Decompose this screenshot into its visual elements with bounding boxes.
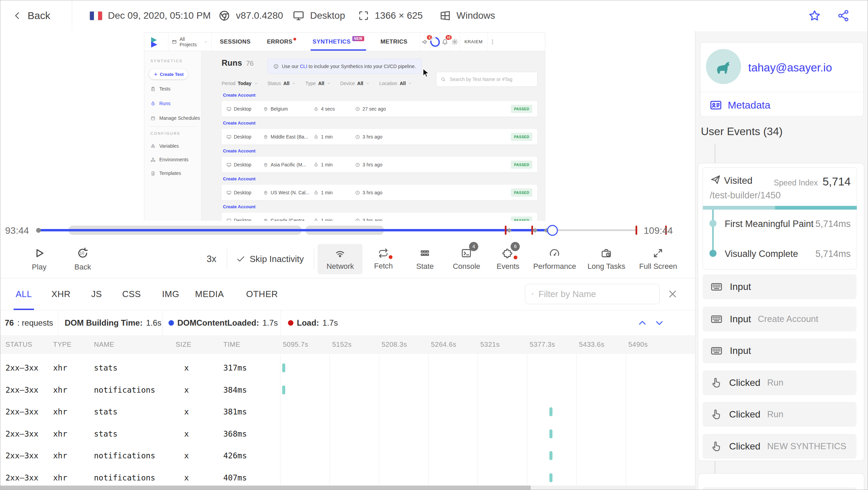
sidebar-item-runs-label: Runs: [159, 101, 171, 106]
sidebar-section-configure: CONFIGURE: [150, 131, 181, 135]
sidebar-item-environments[interactable]: Environments: [150, 157, 189, 162]
tab-metrics[interactable]: METRICS: [381, 33, 407, 51]
run-row[interactable]: Desktop Asia Pacific (M... 1 min 3 hrs a…: [222, 157, 537, 173]
skip-inactivity-toggle[interactable]: Skip Inactivity: [236, 254, 304, 264]
scrollbar-thumb[interactable]: [0, 486, 531, 490]
sidebar-item-manage-schedules[interactable]: Manage Schedules: [150, 115, 200, 121]
play-button[interactable]: Play: [27, 247, 51, 272]
sidebar-item-tests[interactable]: Tests: [150, 86, 171, 92]
run-row[interactable]: Desktop Belgium 4 secs 27 sec ago PASSED: [222, 101, 537, 117]
metadata-button[interactable]: Metadata: [709, 99, 770, 112]
filter-location[interactable]: Location All: [379, 81, 412, 86]
announcements-button[interactable]: 1: [420, 33, 430, 51]
col-name: NAME: [94, 341, 114, 348]
request-row[interactable]: 2xx–3xx xhr notifications x 426ms: [0, 445, 695, 467]
user-menu[interactable]: KRAIEM: [460, 33, 487, 51]
sidebar-item-variables[interactable]: Variables: [150, 143, 179, 149]
filter-type[interactable]: Type All: [305, 81, 331, 86]
axis-tick: 5152s: [332, 341, 352, 348]
notifications-button[interactable]: 33: [440, 33, 450, 51]
monitor-icon: [226, 218, 231, 221]
event-item-clicked[interactable]: Clicked NEW SYNTHETICS: [703, 434, 856, 459]
event-item-clicked[interactable]: Clicked Run: [703, 370, 856, 395]
sidebar-item-runs[interactable]: Runs: [150, 101, 171, 106]
net-tab-img[interactable]: IMG: [162, 278, 179, 310]
playhead-handle[interactable]: [547, 225, 558, 236]
net-tab-js[interactable]: JS: [91, 278, 102, 310]
run-group-title[interactable]: Create Account: [223, 204, 256, 209]
net-tab-all[interactable]: ALL: [16, 278, 32, 310]
event-item-partial[interactable]: [703, 487, 856, 490]
sidebar-item-templates[interactable]: Templates: [150, 170, 181, 176]
tab-synthetics[interactable]: SYNTHETICSNEW: [312, 33, 364, 51]
request-row[interactable]: 2xx–3xx xhr stats x 381ms: [0, 401, 695, 423]
test-search-input[interactable]: [449, 76, 533, 82]
panel-button-full-screen[interactable]: Full Screen: [632, 244, 684, 274]
panel-button-performance[interactable]: Performance: [529, 244, 580, 274]
run-group-title[interactable]: Create Account: [223, 120, 256, 126]
panel-button-state[interactable]: State: [404, 244, 446, 274]
project-selector[interactable]: All Projects: [168, 33, 212, 51]
event-item-clicked[interactable]: Clicked Run: [703, 402, 856, 427]
request-row[interactable]: 2xx–3xx xhr stats x 317ms: [0, 357, 695, 379]
net-tab-xhr[interactable]: XHR: [51, 278, 70, 310]
request-time: 407ms: [223, 473, 247, 482]
horizontal-scrollbar[interactable]: [0, 486, 695, 490]
run-row[interactable]: Desktop US West (N. Cal... 1 min 3 hrs a…: [222, 185, 537, 200]
net-tab-other[interactable]: OTHER: [246, 278, 278, 310]
run-row[interactable]: Desktop Canada (Centra... 1 min 3 hrs ag…: [222, 213, 537, 221]
fmp-value: 5,714ms: [815, 219, 851, 229]
net-tab-css[interactable]: CSS: [122, 278, 141, 310]
event-item-input[interactable]: Input Create Account: [703, 307, 856, 331]
timeline-track[interactable]: [38, 221, 638, 240]
net-tab-css-label: CSS: [122, 289, 141, 299]
sidebar-item-templates-label: Templates: [159, 170, 181, 176]
tab-errors[interactable]: ERRORS: [267, 33, 296, 51]
playback-speed-button[interactable]: 3x: [207, 254, 216, 264]
back-10s-button[interactable]: 10 Back: [70, 247, 95, 272]
panel-button-long-tasks[interactable]: Long Tasks: [580, 244, 632, 274]
settings-button[interactable]: [450, 33, 460, 51]
panel-button-fetch[interactable]: Fetch: [363, 244, 404, 274]
jump-previous-button[interactable]: [636, 310, 648, 335]
event-marker[interactable]: [636, 226, 637, 235]
run-row[interactable]: Desktop Middle East (Ba... 1 min 3 hrs a…: [222, 129, 537, 145]
request-timing-mark: [282, 363, 285, 372]
event-item-input[interactable]: Input: [703, 338, 856, 363]
event-marker[interactable]: [505, 226, 507, 235]
hand-pointer-icon: [710, 377, 722, 389]
share-button[interactable]: [837, 0, 850, 31]
back-button[interactable]: Back: [13, 0, 50, 31]
request-row[interactable]: 2xx–3xx xhr notifications x 407ms: [0, 467, 695, 486]
filter-device[interactable]: Device All: [340, 81, 370, 86]
more-menu-button[interactable]: [487, 33, 497, 51]
keyboard-icon: [710, 344, 723, 357]
panel-button-events[interactable]: 6 Events: [487, 244, 529, 274]
run-group-title[interactable]: Create Account: [223, 176, 256, 181]
event-item-input[interactable]: Input: [703, 274, 856, 299]
network-filter-input[interactable]: [538, 289, 653, 300]
filter-period[interactable]: Period Today: [222, 81, 258, 86]
close-network-panel-button[interactable]: [667, 288, 678, 301]
request-row[interactable]: 2xx–3xx xhr stats x 368ms: [0, 423, 695, 445]
filter-type-label: Type: [305, 81, 316, 86]
panel-button-console[interactable]: 4 Console: [446, 244, 487, 274]
favorite-button[interactable]: [808, 0, 821, 31]
cli-link[interactable]: CLI: [300, 64, 307, 69]
net-tab-media[interactable]: MEDIA: [195, 278, 224, 310]
user-email-link[interactable]: tahay@asayer.io: [748, 61, 832, 74]
megaphone-icon: [422, 38, 429, 45]
browser-version-label: v87.0.4280: [236, 10, 283, 21]
filter-status[interactable]: Status All: [268, 81, 296, 86]
request-row[interactable]: 2xx–3xx xhr notifications x 384ms: [0, 379, 695, 401]
event-connector: [714, 144, 716, 163]
panel-button-network[interactable]: Network: [318, 244, 363, 274]
create-test-button[interactable]: Create Test: [149, 69, 188, 79]
loading-indicator: [430, 33, 440, 51]
visited-event-card[interactable]: Visited Speed Index 5,714 /test-builder/…: [703, 167, 857, 270]
tab-sessions[interactable]: SESSIONS: [220, 33, 251, 51]
run-group-title[interactable]: Create Account: [223, 148, 256, 153]
run-group-title[interactable]: Create Account: [223, 93, 256, 98]
browser-version: v87.0.4280: [218, 0, 283, 31]
jump-next-button[interactable]: [653, 310, 665, 335]
